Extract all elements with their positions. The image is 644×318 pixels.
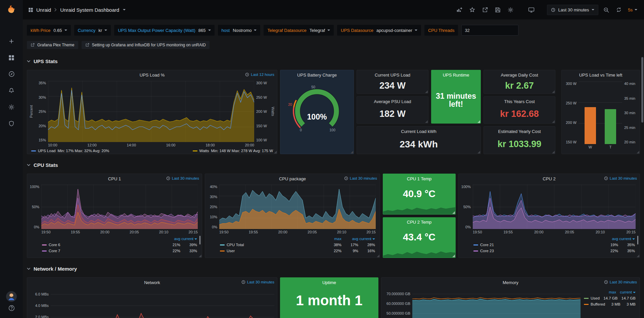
panel-ups-runtime: UPS Runtime 31 minutes left! — [431, 70, 481, 124]
variable-value-dropdown[interactable]: apcupsd-container — [376, 28, 417, 33]
legend-row[interactable]: User22%9%16% — [220, 248, 375, 254]
dashboard-link-grafana-plex-theme[interactable]: Grafana Plex Theme — [27, 41, 78, 49]
legend-row[interactable]: Core 621%39% — [42, 242, 197, 248]
panel-header[interactable]: UPS Load vs Time left — [562, 70, 640, 80]
chevron-down-icon — [27, 60, 31, 63]
panel-header[interactable]: UPS Load % Last 12 hours — [27, 70, 277, 80]
panel-title: Network — [144, 280, 160, 285]
save-icon — [495, 7, 501, 13]
dashboard-settings-button[interactable] — [505, 5, 515, 15]
legend-row[interactable]: Core 2119%35% — [473, 242, 635, 248]
share-dashboard-button[interactable] — [480, 5, 490, 15]
time-badge[interactable]: Last 30 minutes — [166, 176, 199, 180]
variable-value-dropdown[interactable]: Telegraf — [310, 28, 330, 33]
panel-header[interactable]: CPU 1 Last 30 minutes — [27, 174, 202, 183]
section-header-cpu-stats[interactable]: CPU Stats — [27, 161, 640, 169]
zoom-out-button[interactable] — [601, 5, 611, 15]
panel-header[interactable]: UPS Battery Charge — [280, 70, 354, 80]
legend-scrollbar[interactable] — [199, 236, 200, 244]
panel-header[interactable]: CPU package Last 30 minutes — [205, 174, 380, 183]
sidebar-item-dashboards[interactable] — [0, 49, 23, 66]
legend-row[interactable]: Core 722%33% — [42, 248, 197, 254]
help-button[interactable] — [8, 305, 15, 313]
legend-row[interactable]: Buffered3 MB3 MB — [584, 301, 636, 307]
add-panel-icon — [456, 7, 463, 13]
cpu-package-plot[interactable] — [219, 185, 376, 229]
time-range-label: Last 30 minutes — [558, 7, 589, 12]
chevron-down-icon[interactable] — [123, 9, 126, 10]
time-range-picker[interactable]: Last 30 minutes — [547, 5, 598, 15]
section-header-ups-stats[interactable]: UPS Stats — [27, 57, 640, 65]
x-axis-ticks: 10:0012:0014:0016:0018:0020:00 — [48, 142, 254, 148]
refresh-button[interactable] — [614, 5, 624, 15]
sidebar-item-explore[interactable] — [0, 66, 23, 82]
panel-title: Estimated Yearly Cost — [498, 129, 541, 134]
cpu1-legend: avgcurrentCore 621%39%Core 722%33% — [27, 234, 202, 254]
star-dashboard-button[interactable] — [467, 5, 477, 15]
time-badge[interactable]: Last 12 hours — [245, 73, 274, 77]
legend-scrollbar[interactable] — [637, 236, 638, 244]
panel-header[interactable]: Uptime — [280, 278, 378, 287]
time-badge[interactable]: Last 30 minutes — [344, 176, 377, 180]
scrollbar-thumb[interactable] — [641, 57, 643, 123]
sidebar-item-create[interactable] — [0, 33, 23, 49]
breadcrumb-folder[interactable]: Unraid — [36, 7, 51, 13]
legend-row[interactable]: Core 2322%35% — [473, 248, 635, 254]
gear-icon — [8, 104, 14, 110]
panel-header[interactable]: Network Last 30 minutes — [27, 278, 277, 287]
time-badge[interactable]: Last 30 minutes — [241, 280, 274, 284]
panel-header[interactable]: Estimated Yearly Cost — [484, 127, 555, 136]
panel-header[interactable]: Memory Last 30 minutes — [381, 278, 640, 287]
panel-header[interactable]: Average PSU Load — [357, 97, 428, 106]
cpu2-plot[interactable] — [473, 185, 636, 229]
sidebar-item-alerting[interactable] — [0, 82, 23, 99]
panel-header[interactable]: CPU 2 Temp — [383, 218, 455, 227]
add-panel-button[interactable] — [454, 5, 464, 15]
cpu1-plot[interactable] — [41, 185, 198, 229]
time-badge[interactable]: Last 30 minutes — [604, 176, 637, 180]
sidebar-item-server-admin[interactable] — [0, 115, 23, 132]
variable-telegraf-datasource: Telegraf Datasource Telegraf — [264, 25, 334, 36]
refresh-interval-label: 5s — [628, 7, 633, 12]
cpu1-graph: 100%50%0% 19:5019:5520:0020:0520:1020:15 — [27, 183, 202, 234]
x-axis-ticks: 19:5019:5520:0020:0520:1020:15 — [473, 229, 636, 234]
grafana-app: Unraid Unraid System Dashboard — [0, 0, 644, 318]
section-header-network-memory[interactable]: Network / Memory — [27, 265, 640, 273]
grafana-logo[interactable] — [0, 0, 23, 19]
legend-item-watts[interactable]: Watts Min: 148 W Max: 278 W Avg: 175 W — [193, 149, 273, 153]
network-plot[interactable] — [51, 288, 274, 318]
cpu-threads-input[interactable] — [461, 25, 518, 36]
link-label: Grafana Plex Theme — [37, 43, 75, 47]
save-dashboard-button[interactable] — [493, 5, 503, 15]
refresh-interval-dropdown[interactable]: 5s — [627, 5, 639, 14]
dashboard-link-ups-monitoring-guide[interactable]: Setting up Grafana and InfluxDB for UPS … — [82, 41, 210, 49]
panel-header[interactable]: CPU 1 Temp — [383, 174, 455, 183]
panel-header[interactable]: UPS Runtime — [431, 70, 480, 80]
panel-header[interactable]: Current Load kWh — [357, 127, 480, 136]
bar-label: W — [585, 145, 596, 150]
variable-value-dropdown[interactable]: kr — [98, 28, 107, 33]
sidebar-item-configuration[interactable] — [0, 99, 23, 115]
variable-value-dropdown[interactable]: 0.65 — [53, 28, 67, 33]
variable-value-dropdown[interactable]: Nostromo — [233, 28, 257, 33]
user-avatar[interactable] — [6, 291, 17, 302]
clock-icon — [166, 176, 170, 180]
clock-icon — [344, 176, 348, 180]
ups-load-plot[interactable] — [48, 81, 254, 142]
memory-plot[interactable] — [412, 288, 581, 318]
panel-cpu2-temp: CPU 2 Temp 43.4 °C — [383, 217, 456, 258]
panel-title: Current Load kWh — [401, 129, 436, 134]
legend-row[interactable]: CPU Total38%17%28% — [220, 242, 375, 248]
variable-value-dropdown[interactable]: 865 — [198, 28, 211, 33]
legend-row[interactable]: Used14.7 GB14.7 GB — [584, 295, 636, 301]
zoom-out-icon — [603, 7, 609, 13]
cycle-view-mode-button[interactable] — [526, 5, 536, 15]
cpu-package-graph: 40%30%20%10%0% 19:5019:5520:0020:0520:10… — [205, 183, 380, 234]
legend-item-ups-load[interactable]: UPS Load Min: 17% Max: 32% Avg: 20% — [31, 149, 109, 153]
panel-header[interactable]: This Years Cost — [484, 97, 555, 106]
breadcrumb-dashboard[interactable]: Unraid System Dashboard — [60, 7, 119, 13]
panel-header[interactable]: CPU 2 Last 30 minutes — [459, 174, 640, 183]
panel-header[interactable]: Average Daily Cost — [484, 70, 555, 80]
time-badge[interactable]: Last 30 minutes — [604, 280, 637, 284]
panel-header[interactable]: Current UPS Load — [357, 70, 428, 80]
